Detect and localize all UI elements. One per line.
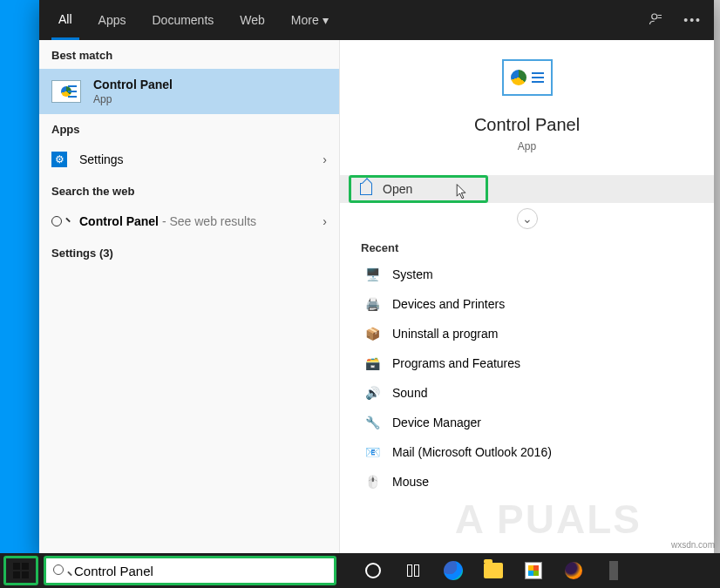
apps-result-settings[interactable]: ⚙ Settings › <box>39 143 339 176</box>
detail-hero: Control Panel App <box>340 59 714 175</box>
recent-item-label: Mail (Microsoft Outlook 2016) <box>392 445 552 459</box>
best-match-item[interactable]: Control Panel App <box>39 69 339 114</box>
taskbar-app-firefox[interactable] <box>560 557 588 585</box>
cortana-icon <box>365 563 381 578</box>
open-icon <box>360 183 372 195</box>
printer-icon: 🖨️ <box>364 296 380 312</box>
start-search-panel: All Apps Documents Web More ▾ ••• Best m… <box>39 0 714 554</box>
uninstall-icon: 📦 <box>364 326 380 341</box>
results-column: Best match Control Panel App Apps ⚙ Sett… <box>39 40 340 554</box>
scope-tab-more[interactable]: More ▾ <box>284 0 336 40</box>
gear-icon: ⚙ <box>51 152 67 167</box>
desktop-blue-edge <box>0 0 39 588</box>
recent-item-mouse[interactable]: 🖱️ Mouse <box>361 467 693 497</box>
firefox-icon <box>565 562 582 579</box>
best-match-subtitle: App <box>93 93 173 105</box>
chevron-right-icon: › <box>323 152 327 166</box>
feedback-icon[interactable] <box>649 11 664 30</box>
unknown-app-icon <box>609 561 618 580</box>
scope-label: All <box>58 12 72 26</box>
taskbar-search-input[interactable] <box>74 564 327 578</box>
start-button[interactable] <box>3 556 38 585</box>
scope-tab-documents[interactable]: Documents <box>145 0 221 40</box>
scope-label: More <box>291 13 319 27</box>
mail-icon: 📧 <box>364 444 380 460</box>
web-result-suffix: - See web results <box>159 214 256 228</box>
svg-point-0 <box>652 14 657 19</box>
recent-item-label: Sound <box>392 386 427 400</box>
cursor-icon <box>456 184 468 199</box>
scope-tab-all[interactable]: All <box>51 0 79 40</box>
taskbar-app-explorer[interactable] <box>479 557 507 585</box>
programs-icon: 🗃️ <box>364 355 380 371</box>
recent-item-label: Uninstall a program <box>392 327 498 341</box>
expand-chevron-button[interactable]: ⌄ <box>517 208 538 229</box>
web-result-title: Control Panel <box>79 214 159 228</box>
control-panel-icon <box>51 80 81 103</box>
windows-logo-icon <box>13 563 29 578</box>
section-settings-count[interactable]: Settings (3) <box>39 238 339 267</box>
chevron-right-icon: › <box>323 214 327 228</box>
device-manager-icon: 🔧 <box>364 415 380 430</box>
scope-label: Apps <box>98 13 126 27</box>
recent-item-devices-printers[interactable]: 🖨️ Devices and Printers <box>361 289 693 319</box>
apps-result-label: Settings <box>79 152 124 166</box>
recent-item-uninstall[interactable]: 📦 Uninstall a program <box>361 319 693 348</box>
search-icon <box>53 564 69 578</box>
recent-item-system[interactable]: 🖥️ System <box>361 260 693 289</box>
recent-item-mail[interactable]: 📧 Mail (Microsoft Outlook 2016) <box>361 437 693 467</box>
taskbar-app-edge[interactable] <box>439 557 467 585</box>
chevron-down-icon: ▾ <box>323 13 329 27</box>
section-apps: Apps <box>39 114 339 143</box>
recent-item-label: Devices and Printers <box>392 297 505 311</box>
recent-item-device-manager[interactable]: 🔧 Device Manager <box>361 408 693 437</box>
recent-item-sound[interactable]: 🔊 Sound <box>361 378 693 408</box>
cortana-button[interactable] <box>359 557 387 585</box>
detail-column: Control Panel App Open ⌄ Recent 🖥️ <box>340 40 714 554</box>
scope-tab-web[interactable]: Web <box>233 0 272 40</box>
overflow-icon[interactable]: ••• <box>683 13 702 27</box>
search-icon <box>51 213 67 229</box>
search-scope-bar: All Apps Documents Web More ▾ ••• <box>39 0 714 40</box>
recent-item-label: Mouse <box>392 475 429 489</box>
recent-item-label: System <box>392 267 433 281</box>
speaker-icon: 🔊 <box>364 385 380 401</box>
open-button[interactable]: Open <box>349 175 488 203</box>
recent-label: Recent <box>361 241 693 260</box>
microsoft-store-icon <box>525 562 542 579</box>
mouse-icon: 🖱️ <box>364 474 380 490</box>
open-label: Open <box>383 182 412 196</box>
taskbar-app-unknown[interactable] <box>600 557 628 585</box>
taskbar-search-box[interactable] <box>44 556 336 585</box>
task-view-icon <box>407 564 419 577</box>
scope-label: Documents <box>152 13 214 27</box>
recent-item-programs-features[interactable]: 🗃️ Programs and Features <box>361 348 693 378</box>
section-best-match: Best match <box>39 40 339 69</box>
taskbar <box>0 553 720 588</box>
section-web: Search the web <box>39 176 339 205</box>
file-explorer-icon <box>484 563 503 578</box>
best-match-title: Control Panel <box>93 78 173 91</box>
monitor-icon: 🖥️ <box>364 267 380 282</box>
task-view-button[interactable] <box>399 557 427 585</box>
web-result-control-panel[interactable]: Control Panel - See web results › <box>39 205 339 238</box>
detail-subtitle: App <box>518 140 536 152</box>
detail-title: Control Panel <box>474 115 580 135</box>
scope-tab-apps[interactable]: Apps <box>92 0 133 40</box>
recent-item-label: Programs and Features <box>392 356 520 370</box>
control-panel-icon-large <box>502 59 553 96</box>
scope-label: Web <box>240 13 265 27</box>
taskbar-app-store[interactable] <box>520 557 547 585</box>
edge-icon <box>444 561 463 580</box>
recent-item-label: Device Manager <box>392 416 481 429</box>
